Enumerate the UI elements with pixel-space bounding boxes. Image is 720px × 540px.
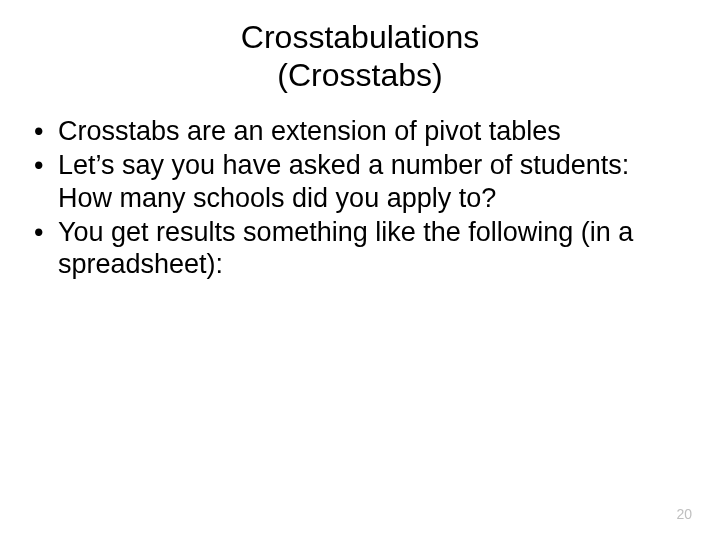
slide-content: Crosstabs are an extension of pivot tabl…: [0, 115, 720, 281]
bullet-item-2: Let’s say you have asked a number of stu…: [28, 149, 680, 214]
bullet-list: Crosstabs are an extension of pivot tabl…: [28, 115, 680, 281]
bullet-item-1: Crosstabs are an extension of pivot tabl…: [28, 115, 680, 147]
title-line-1: Crosstabulations: [0, 18, 720, 56]
slide-title: Crosstabulations (Crosstabs): [0, 0, 720, 115]
bullet-item-3: You get results something like the follo…: [28, 216, 680, 281]
page-number: 20: [676, 506, 692, 522]
title-line-2: (Crosstabs): [0, 56, 720, 94]
